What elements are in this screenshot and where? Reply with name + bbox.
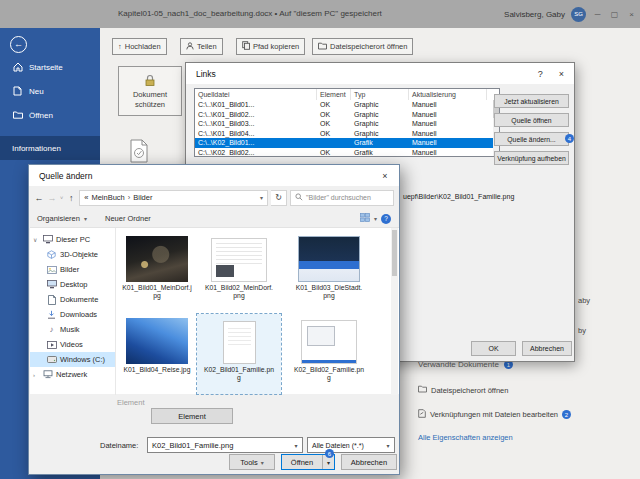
upload-icon: ↑ — [118, 42, 122, 51]
cancel-button[interactable]: Abbrechen — [341, 454, 397, 470]
break-link-button[interactable]: Verknüpfung aufheben — [494, 151, 569, 165]
refresh-icon[interactable]: ↻ — [271, 190, 287, 206]
minimize-button[interactable]: ─ — [592, 10, 603, 19]
file-item[interactable]: K01_Bild01_MeinDorf.jpg — [115, 232, 199, 312]
history-caret-icon[interactable]: ˅ — [60, 195, 63, 201]
column-typ[interactable]: Typ — [351, 89, 409, 100]
protect-document-button[interactable]: Dokument schützen — [118, 66, 182, 116]
link-row[interactable]: C:\..\K02_Bild02... OK Grafik Manuell — [195, 148, 499, 158]
nav-3d-objekte[interactable]: 3D-Objekte — [30, 247, 115, 262]
nav-downloads[interactable]: Downloads — [30, 307, 115, 322]
file-thumbnail — [126, 318, 188, 364]
edit-links-to-files-link[interactable]: Verknüpfungen mit Dateien bearbeiten 2 — [418, 409, 571, 420]
cell-element: OK — [317, 129, 351, 139]
link-row[interactable]: C:\..\K01_Bild01... OK Graphic Manuell — [195, 100, 499, 110]
account-avatar[interactable]: SG — [571, 7, 586, 22]
file-item[interactable]: K01_Bild02_MeinDorf.png — [197, 232, 281, 312]
file-item[interactable]: K02_Bild02_Familie.png — [287, 314, 371, 394]
close-icon[interactable]: × — [371, 171, 399, 181]
filetype-select[interactable]: Alle Dateien (*.*) ▾ — [307, 437, 395, 453]
column-quelldatei[interactable]: Quelldatei — [195, 89, 317, 100]
breadcrumb-root[interactable]: MeinBuch — [91, 193, 124, 202]
expand-caret-icon[interactable]: ∨ — [33, 236, 39, 243]
sidebar-item-oeffnen[interactable]: Öffnen — [0, 104, 100, 126]
combo-caret-icon[interactable]: ▾ — [290, 442, 302, 449]
up-arrow-icon[interactable]: ↑ — [66, 193, 76, 203]
element-button[interactable]: Element — [151, 408, 233, 424]
share-button[interactable]: Teilen — [180, 38, 223, 55]
cell-element: OK — [317, 100, 351, 110]
organize-button[interactable]: Organisieren — [37, 214, 80, 223]
search-input[interactable]: "Bilder" durchsuchen — [290, 190, 394, 206]
linked-document-icon — [418, 409, 426, 420]
nav-videos[interactable]: Videos — [30, 337, 115, 352]
file-thumbnail — [211, 238, 267, 282]
cancel-button[interactable]: Abbrechen — [522, 341, 572, 356]
account-name[interactable]: Salvisberg, Gaby — [504, 10, 565, 19]
file-list-scrollbar[interactable] — [391, 228, 398, 395]
views-caret-icon[interactable]: ▾ — [374, 215, 377, 222]
sidebar-item-startseite[interactable]: Startseite — [0, 56, 100, 78]
sidebar-item-neu[interactable]: Neu — [0, 80, 100, 102]
file-dialog-titlebar[interactable]: Quelle ändern × — [29, 165, 399, 186]
ok-button[interactable]: OK — [471, 341, 516, 356]
combo-caret-icon[interactable]: ▾ — [382, 442, 394, 449]
copy-path-button[interactable]: Pfad kopieren — [236, 38, 305, 55]
cell-source: C:\..\K01_Bild01... — [195, 100, 317, 110]
sidebar-item-informationen[interactable]: Informationen — [0, 136, 100, 160]
filename-input[interactable]: K02_Bild01_Familie.png ▾ — [147, 437, 303, 453]
nav-windows-c[interactable]: Windows (C:) — [30, 352, 115, 367]
breadcrumb-current[interactable]: Bilder — [133, 193, 152, 202]
back-button[interactable]: ← — [10, 36, 27, 53]
file-item[interactable]: K01_Bild04_Reise.jpg — [115, 314, 199, 394]
links-scrollbar[interactable] — [493, 100, 499, 157]
source-path-text: uepf\Bilder\K02_Bild01_Familie.png — [403, 193, 514, 200]
help-icon[interactable]: ? — [538, 69, 543, 79]
link-row[interactable]: C:\..\K01_Bild02... OK Graphic Manuell — [195, 110, 499, 120]
open-file-location-link[interactable]: Dateispeicherort öffnen — [418, 385, 508, 395]
column-aktualisierung[interactable]: Aktualisierung — [409, 89, 487, 100]
nav-musik[interactable]: ♪ Musik — [30, 322, 115, 337]
new-folder-button[interactable]: Neuer Ordner — [105, 214, 151, 223]
nav-dokumente[interactable]: Dokumente — [30, 292, 115, 307]
chevrons-left-icon[interactable]: « — [84, 193, 88, 202]
open-file-location-button[interactable]: Dateispeicherort öffnen — [312, 38, 413, 55]
update-now-button[interactable]: Jetzt aktualisieren — [494, 94, 569, 108]
collapse-caret-icon[interactable]: › — [33, 372, 39, 378]
views-icon[interactable] — [360, 213, 370, 224]
change-source-button[interactable]: Quelle ändern... — [494, 132, 569, 146]
file-name: K01_Bild04_Reise.jpg — [122, 366, 192, 374]
cell-update: Manuell — [409, 119, 487, 129]
cell-type: Graphic — [351, 119, 409, 129]
file-item[interactable]: K01_Bild03_DieStadt.png — [287, 232, 371, 312]
links-dialog-titlebar[interactable]: Links ? × — [186, 63, 574, 84]
column-element[interactable]: Element — [317, 89, 351, 100]
link-row[interactable]: C:\..\K01_Bild03... OK Graphic Manuell — [195, 119, 499, 129]
address-caret-icon[interactable]: ▾ — [260, 194, 263, 201]
tools-button[interactable]: Tools ▾ — [229, 454, 275, 470]
filename-value: K02_Bild01_Familie.png — [152, 441, 233, 450]
check-document-icon[interactable] — [126, 138, 152, 164]
file-item-selected[interactable]: K02_Bild01_Familie.png — [197, 314, 281, 394]
upload-button[interactable]: ↑ Hochladen — [112, 38, 167, 55]
nav-netzwerk[interactable]: › Netzwerk — [30, 367, 115, 382]
back-arrow-icon[interactable]: ← — [34, 193, 44, 203]
maximize-button[interactable]: ▢ — [609, 10, 620, 19]
nav-dieser-pc[interactable]: ∨ Dieser PC — [30, 232, 115, 247]
close-button[interactable]: × — [626, 10, 637, 19]
open-source-button[interactable]: Quelle öffnen — [494, 113, 569, 127]
open-caret-icon[interactable]: ▾ — [323, 459, 334, 466]
cell-type: Graphic — [351, 110, 409, 120]
close-icon[interactable]: × — [559, 69, 564, 79]
nav-desktop[interactable]: Desktop — [30, 277, 115, 292]
caret-down-icon: ▾ — [261, 459, 264, 466]
show-all-properties-link[interactable]: Alle Eigenschaften anzeigen — [418, 433, 513, 442]
nav-bilder[interactable]: Bilder — [30, 262, 115, 277]
link-row[interactable]: C:\..\K01_Bild04... OK Graphic Manuell — [195, 129, 499, 139]
forward-arrow-icon[interactable]: → — [47, 193, 57, 203]
help-icon[interactable]: ? — [381, 214, 391, 224]
scrollbar-thumb[interactable] — [392, 230, 397, 276]
link-row-selected[interactable]: C:\..\K02_Bild01... Grafik Manuell — [195, 138, 499, 148]
window-title: Kapitel01-05_nach1_doc_bearbeitung.docx … — [118, 9, 382, 18]
address-bar[interactable]: « MeinBuch › Bilder ▾ — [79, 190, 268, 206]
